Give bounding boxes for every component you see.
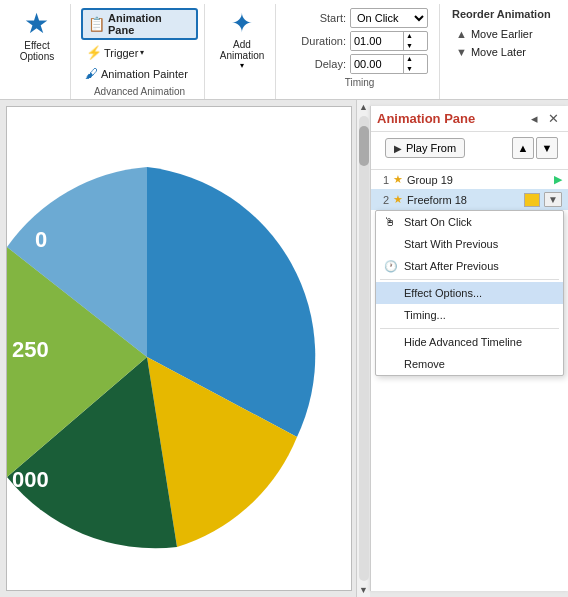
- play-from-button[interactable]: ▶ Play From: [385, 138, 465, 158]
- effect-options-group: ★ Effect Options: [4, 4, 71, 99]
- effect-options-label: Effect Options: [12, 40, 62, 62]
- animation-pane-title: Animation Pane: [377, 111, 475, 126]
- anim-item-2-star: ★: [393, 193, 403, 206]
- delay-input[interactable]: [351, 55, 403, 73]
- ribbon: ★ Effect Options 📋 Animation Pane ⚡ Trig…: [0, 0, 568, 100]
- scroll-track[interactable]: [359, 116, 369, 581]
- start-label: Start:: [288, 12, 346, 24]
- ctx-start-after-label: Start After Previous: [404, 260, 499, 272]
- ctx-start-after-previous[interactable]: 🕐 Start After Previous: [376, 255, 563, 277]
- ctx-divider-2: [380, 328, 559, 329]
- pane-header-icons: ◂ ✕: [528, 110, 562, 127]
- nav-arrows: ▲ ▼: [512, 137, 558, 159]
- anim-item-2-name: Freeform 18: [407, 194, 520, 206]
- ctx-remove[interactable]: Remove: [376, 353, 563, 375]
- animation-list: 1 ★ Group 19 ▶ 2 ★ Freeform 18 ▼ 🖱 Start…: [371, 170, 568, 591]
- ctx-effect-options-label: Effect Options...: [404, 287, 482, 299]
- scroll-up-button[interactable]: ▲: [357, 100, 370, 114]
- animation-item-2[interactable]: 2 ★ Freeform 18 ▼: [371, 189, 568, 210]
- ctx-start-after-icon: 🕐: [384, 260, 398, 273]
- move-earlier-button[interactable]: ▲ Move Earlier: [452, 26, 556, 42]
- add-animation-group: ✦ Add Animation ▾: [209, 4, 276, 99]
- slide-canvas: 0 250 000: [6, 106, 352, 591]
- move-earlier-icon: ▲: [456, 28, 467, 40]
- play-from-row: ▶ Play From ▲ ▼: [371, 132, 568, 170]
- ctx-effect-options[interactable]: Effect Options...: [376, 282, 563, 304]
- nav-down-button[interactable]: ▼: [536, 137, 558, 159]
- timing-delay-row: Delay: ▲ ▼: [288, 54, 431, 74]
- trigger-label: Trigger: [104, 47, 138, 59]
- animation-painter-label: Animation Painter: [101, 68, 188, 80]
- duration-spinbox[interactable]: ▲ ▼: [350, 31, 428, 51]
- scroll-down-button[interactable]: ▼: [357, 583, 370, 597]
- scroll-thumb[interactable]: [359, 126, 369, 166]
- animation-pane: Animation Pane ◂ ✕ ▶ Play From ▲ ▼ 1 ★: [370, 106, 568, 591]
- animation-pane-header: Animation Pane ◂ ✕: [371, 106, 568, 132]
- chart-label-0: 0: [35, 227, 47, 253]
- trigger-icon: ⚡: [86, 45, 102, 60]
- ctx-remove-label: Remove: [404, 358, 445, 370]
- ctx-start-with-previous-label: Start With Previous: [404, 238, 498, 250]
- add-animation-button[interactable]: ✦ Add Animation ▾: [215, 6, 269, 72]
- delay-spinbox[interactable]: ▲ ▼: [350, 54, 428, 74]
- advanced-animation-group: 📋 Animation Pane ⚡ Trigger ▾ 🖌 Animation…: [75, 4, 205, 99]
- anim-item-1-num: 1: [377, 174, 389, 186]
- slide-scrollbar: ▲ ▼: [356, 100, 370, 597]
- play-from-icon: ▶: [394, 143, 402, 154]
- pie-chart: [6, 127, 327, 587]
- ctx-start-with-previous[interactable]: Start With Previous: [376, 233, 563, 255]
- main-area: 0 250 000 ▲ ▼ Animation Pane ◂ ✕ ▶ Play …: [0, 100, 568, 597]
- nav-up-button[interactable]: ▲: [512, 137, 534, 159]
- effect-options-button[interactable]: ★ Effect Options: [10, 6, 64, 66]
- context-menu: 🖱 Start On Click Start With Previous 🕐 S…: [375, 210, 564, 376]
- anim-item-2-num: 2: [377, 194, 389, 206]
- delay-down-arrow[interactable]: ▼: [404, 64, 415, 74]
- anim-item-1-play-icon: ▶: [554, 173, 562, 186]
- chart-label-250: 250: [12, 337, 49, 363]
- ctx-start-on-click-icon: 🖱: [384, 215, 396, 229]
- move-later-icon: ▼: [456, 46, 467, 58]
- ctx-timing[interactable]: Timing...: [376, 304, 563, 326]
- ctx-hide-timeline-label: Hide Advanced Timeline: [404, 336, 522, 348]
- duration-input[interactable]: [351, 32, 403, 50]
- animation-pane-button-label: Animation Pane: [108, 12, 191, 36]
- ctx-timing-label: Timing...: [404, 309, 446, 321]
- add-animation-label: Add Animation: [217, 39, 267, 61]
- effect-options-group-label: [4, 86, 70, 97]
- duration-label: Duration:: [288, 35, 346, 47]
- trigger-button[interactable]: ⚡ Trigger ▾: [81, 43, 198, 62]
- move-later-label: Move Later: [471, 46, 526, 58]
- anim-item-2-dropdown[interactable]: ▼: [544, 192, 562, 207]
- delay-up-arrow[interactable]: ▲: [404, 54, 415, 64]
- animation-item-1[interactable]: 1 ★ Group 19 ▶: [371, 170, 568, 189]
- animation-painter-icon: 🖌: [85, 66, 98, 81]
- anim-item-1-name: Group 19: [407, 174, 550, 186]
- chart-label-000: 000: [12, 467, 49, 493]
- animation-pane-icon: 📋: [88, 16, 105, 32]
- start-select[interactable]: On Click With Previous After Previous: [350, 8, 428, 28]
- anim-item-2-color-box: [524, 193, 540, 207]
- duration-spin-arrows: ▲ ▼: [403, 31, 415, 51]
- move-later-button[interactable]: ▼ Move Later: [452, 44, 556, 60]
- delay-spin-arrows: ▲ ▼: [403, 54, 415, 74]
- duration-up-arrow[interactable]: ▲: [404, 31, 415, 41]
- pane-shrink-icon[interactable]: ◂: [528, 110, 541, 127]
- add-animation-icon: ✦: [231, 8, 253, 39]
- ctx-start-on-click-label: Start On Click: [404, 216, 472, 228]
- anim-item-1-star: ★: [393, 173, 403, 186]
- timing-start-row: Start: On Click With Previous After Prev…: [288, 8, 431, 28]
- trigger-dropdown-icon: ▾: [140, 48, 144, 57]
- move-earlier-label: Move Earlier: [471, 28, 533, 40]
- reorder-group: Reorder Animation ▲ Move Earlier ▼ Move …: [444, 4, 564, 99]
- delay-label: Delay:: [288, 58, 346, 70]
- ctx-hide-timeline[interactable]: Hide Advanced Timeline: [376, 331, 563, 353]
- reorder-title: Reorder Animation: [452, 8, 556, 20]
- duration-down-arrow[interactable]: ▼: [404, 41, 415, 51]
- ctx-start-on-click[interactable]: 🖱 Start On Click: [376, 211, 563, 233]
- ctx-divider-1: [380, 279, 559, 280]
- pane-close-icon[interactable]: ✕: [545, 110, 562, 127]
- animation-painter-button[interactable]: 🖌 Animation Painter: [81, 65, 198, 82]
- timing-group: Start: On Click With Previous After Prev…: [280, 4, 440, 99]
- animation-pane-button[interactable]: 📋 Animation Pane: [81, 8, 198, 40]
- play-from-label: Play From: [406, 142, 456, 154]
